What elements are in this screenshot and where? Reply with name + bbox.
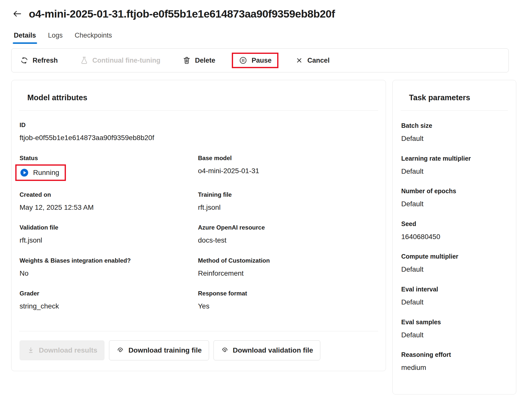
- tab-checkpoints[interactable]: Checkpoints: [72, 32, 115, 45]
- model-attributes-fields: ID ftjob-e0f55b1e1e614873aa90f9359eb8b20…: [19, 122, 378, 323]
- status-highlight-box: Running: [15, 164, 66, 181]
- tab-details[interactable]: Details: [11, 32, 39, 45]
- model-attributes-title: Model attributes: [27, 93, 378, 102]
- field-azure-openai-resource-value: docs-test: [198, 236, 378, 245]
- command-bar: Refresh Continual fine-tuning Delete Pau…: [11, 48, 509, 72]
- model-attributes-card: Model attributes ID ftjob-e0f55b1e1e6148…: [11, 80, 386, 371]
- delete-label: Delete: [195, 57, 215, 64]
- param-number-of-epochs-value: Default: [401, 200, 507, 208]
- task-parameters-list: Batch size Default Learning rate multipl…: [401, 122, 508, 372]
- field-response-format-value: Yes: [198, 302, 378, 310]
- field-status-label: Status: [20, 155, 198, 162]
- back-button[interactable]: [11, 8, 23, 20]
- cancel-label: Cancel: [307, 57, 330, 64]
- param-eval-interval-label: Eval interval: [401, 286, 507, 293]
- field-grader-value: string_check: [20, 302, 198, 310]
- field-validation-file: Validation file rft.jsonl: [20, 224, 198, 245]
- param-compute-multiplier-value: Default: [401, 265, 507, 274]
- status-badge: Running: [33, 168, 59, 177]
- page-title: o4-mini-2025-01-31.ftjob-e0f55b1e1e61487…: [29, 8, 335, 20]
- continual-fine-tuning-button[interactable]: Continual fine-tuning: [74, 50, 166, 71]
- param-number-of-epochs-label: Number of epochs: [401, 187, 507, 195]
- field-validation-file-value: rft.jsonl: [20, 236, 198, 245]
- param-eval-interval: Eval interval Default: [401, 286, 507, 306]
- field-response-format: Response format Yes: [198, 290, 378, 310]
- field-response-format-label: Response format: [198, 290, 378, 297]
- title-bar: o4-mini-2025-01-31.ftjob-e0f55b1e1e61487…: [11, 5, 517, 23]
- preview-eye-icon: [116, 346, 124, 354]
- field-id-value: ftjob-e0f55b1e1e614873aa90f9359eb8b20f: [20, 134, 378, 142]
- divider: [401, 110, 508, 111]
- field-base-model-value: o4-mini-2025-01-31: [198, 167, 378, 175]
- continual-fine-tuning-label: Continual fine-tuning: [92, 57, 160, 64]
- tab-logs[interactable]: Logs: [46, 32, 65, 45]
- cancel-button[interactable]: Cancel: [289, 50, 335, 71]
- field-id-label: ID: [20, 122, 378, 129]
- field-status: Status Running: [20, 155, 198, 179]
- refresh-sync-icon: [20, 56, 29, 65]
- task-parameters-title: Task parameters: [409, 93, 508, 102]
- field-grader-label: Grader: [20, 290, 198, 297]
- pause-label: Pause: [252, 57, 272, 64]
- flask-icon: [80, 56, 88, 65]
- param-eval-samples: Eval samples Default: [401, 319, 507, 339]
- param-compute-multiplier-label: Compute multiplier: [401, 253, 507, 260]
- field-created-on-label: Created on: [20, 191, 198, 198]
- field-training-file-label: Training file: [198, 191, 378, 198]
- param-eval-samples-label: Eval samples: [401, 319, 507, 326]
- field-method-of-customization-value: Reinforcement: [198, 269, 378, 278]
- divider: [19, 110, 378, 111]
- field-created-on: Created on May 12, 2025 12:53 AM: [20, 191, 198, 212]
- param-seed-label: Seed: [401, 220, 507, 228]
- main-content: Model attributes ID ftjob-e0f55b1e1e6148…: [11, 80, 517, 394]
- field-validation-file-label: Validation file: [20, 224, 198, 231]
- download-training-file-button[interactable]: Download training file: [109, 340, 209, 360]
- delete-button[interactable]: Delete: [177, 50, 221, 71]
- param-eval-samples-value: Default: [401, 331, 507, 339]
- field-training-file: Training file rft.jsonl: [198, 191, 378, 212]
- task-parameters-card: Task parameters Batch size Default Learn…: [392, 80, 516, 394]
- field-azure-openai-resource: Azure OpenAI resource docs-test: [198, 224, 378, 245]
- pause-button[interactable]: Pause: [237, 56, 274, 65]
- param-learning-rate-multiplier-label: Learning rate multiplier: [401, 155, 507, 162]
- tab-bar: Details Logs Checkpoints: [11, 32, 517, 45]
- field-base-model-label: Base model: [198, 155, 378, 162]
- play-circle-icon: [20, 168, 29, 177]
- download-arrow-icon: [27, 346, 35, 354]
- param-reasoning-effort-label: Reasoning effort: [401, 351, 507, 358]
- download-validation-file-label: Download validation file: [233, 346, 313, 354]
- field-training-file-value: rft.jsonl: [198, 203, 378, 212]
- x-dismiss-icon: [295, 56, 303, 65]
- download-results-button[interactable]: Download results: [20, 340, 105, 360]
- param-batch-size-label: Batch size: [401, 122, 507, 129]
- field-wandb-integration: Weights & Biases integration enabled? No: [20, 257, 198, 278]
- field-grader: Grader string_check: [20, 290, 198, 310]
- field-wandb-integration-label: Weights & Biases integration enabled?: [20, 257, 198, 264]
- param-eval-interval-value: Default: [401, 298, 507, 306]
- download-training-file-label: Download training file: [128, 346, 201, 354]
- trash-icon: [182, 56, 191, 65]
- field-created-on-value: May 12, 2025 12:53 AM: [20, 203, 198, 212]
- refresh-label: Refresh: [33, 57, 58, 64]
- param-seed: Seed 1640680450: [401, 220, 507, 241]
- param-seed-value: 1640680450: [401, 233, 507, 241]
- download-validation-file-button[interactable]: Download validation file: [214, 340, 320, 360]
- field-method-of-customization: Method of Customization Reinforcement: [198, 257, 378, 278]
- fine-tuning-job-page: o4-mini-2025-01-31.ftjob-e0f55b1e1e61487…: [0, 0, 517, 394]
- divider: [19, 331, 378, 331]
- preview-eye-icon: [221, 346, 229, 354]
- param-batch-size: Batch size Default: [401, 122, 507, 143]
- field-wandb-integration-value: No: [20, 269, 198, 278]
- param-reasoning-effort-value: medium: [401, 363, 507, 372]
- param-batch-size-value: Default: [401, 134, 507, 143]
- download-buttons-row: Download results Download training file …: [19, 340, 378, 360]
- refresh-button[interactable]: Refresh: [15, 50, 63, 71]
- param-number-of-epochs: Number of epochs Default: [401, 187, 507, 208]
- download-results-label: Download results: [39, 346, 97, 354]
- field-base-model: Base model o4-mini-2025-01-31: [198, 155, 378, 179]
- pause-highlight-box: Pause: [232, 53, 278, 68]
- back-arrow-icon: [12, 9, 22, 19]
- field-id: ID ftjob-e0f55b1e1e614873aa90f9359eb8b20…: [20, 122, 378, 142]
- param-learning-rate-multiplier: Learning rate multiplier Default: [401, 155, 507, 176]
- pause-circle-icon: [239, 56, 248, 65]
